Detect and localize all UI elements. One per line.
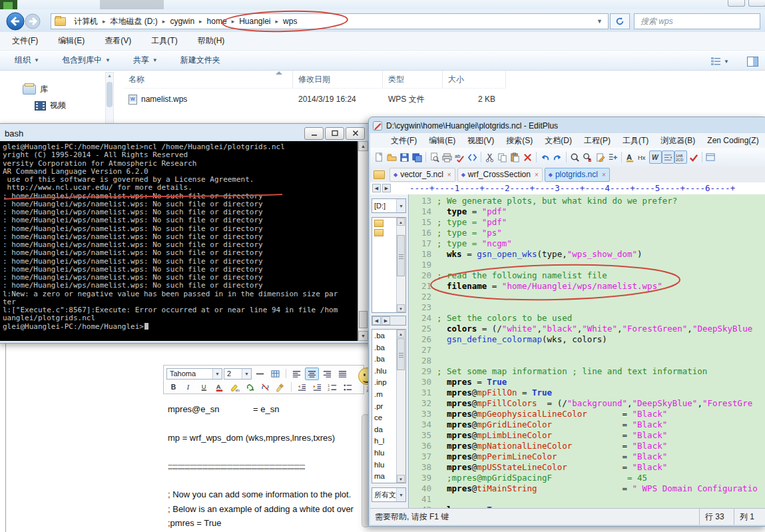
clean-format-button[interactable] [274,381,288,394]
sidebar-item-libraries[interactable]: 库 [23,84,48,95]
breadcrumb-item[interactable]: Huanglei [235,14,274,29]
scroll-up-icon[interactable]: ▲ [397,330,405,338]
back-button[interactable] [7,13,24,30]
indent-button[interactable] [310,381,324,394]
open-file-button[interactable] [385,150,398,164]
close-tab-icon[interactable]: × [602,171,606,178]
forward-button[interactable] [25,14,40,29]
breadcrumb-item[interactable]: 本地磁盘 (D:) [107,14,162,29]
scroll-down-icon[interactable]: ▼ [397,475,405,483]
menu-item[interactable]: 文件(F) [385,135,423,146]
unlink-button[interactable] [258,381,272,394]
html-tags-button[interactable] [466,150,479,164]
word-wrap-button[interactable]: W [649,150,662,164]
scrollbar-thumb[interactable] [397,235,405,276]
menu-item[interactable]: 编辑(E) [423,135,461,146]
undo-button[interactable] [539,150,551,164]
document-tab[interactable]: ◆vector_5.ncl× [389,168,455,182]
copy-button[interactable] [496,150,509,164]
sidebar-item-videos[interactable]: 视频 [35,100,66,111]
scrollbar-thumb[interactable] [359,311,368,328]
command-bar-item[interactable]: 包含到库中▼ [62,55,111,66]
document-tab[interactable]: ◆plotgrids.ncl× [545,168,610,182]
breadcrumb-item[interactable]: wps [279,14,301,29]
menu-item[interactable]: 工具(T) [151,35,177,47]
menu-item[interactable]: 工具(T) [617,135,654,146]
minimize-button[interactable] [304,127,324,140]
breadcrumb-item[interactable]: 计算机 [70,14,102,29]
directory-scrollbar[interactable]: ▲ ▼ [396,218,405,312]
paste-button[interactable] [509,150,521,164]
scroll-right-icon[interactable]: ▶ [382,316,390,325]
menu-item[interactable]: 编辑(E) [58,35,85,47]
save-button[interactable] [398,150,411,164]
scroll-down-icon[interactable]: ▼ [397,304,405,312]
align-justify-button[interactable] [336,368,350,380]
menu-item[interactable]: 视图(V) [461,135,500,146]
menu-item[interactable]: 帮助(H) [198,35,225,47]
font-family-select[interactable]: Tahoma ▼ [166,368,222,380]
change-view-button[interactable]: ▼ [704,55,735,68]
breadcrumb-item[interactable]: cygwin [166,14,198,29]
save-all-button[interactable] [411,150,423,164]
scroll-up-icon[interactable]: ▲ [107,73,112,78]
font-button[interactable]: A [624,150,637,164]
menu-item[interactable]: Zen Coding(Z) [701,136,764,145]
menu-item[interactable]: 文档(D) [539,135,578,146]
close-button[interactable] [346,127,365,140]
command-bar-item[interactable]: 组织▼ [15,55,39,66]
preview-pane-button[interactable] [743,55,762,68]
file-filter-select[interactable]: 所有文件 ▼ [372,487,406,502]
breadcrumb-dropdown-icon[interactable]: ▼ [597,18,603,25]
directory-hscroll[interactable]: ◀ ▶ [372,316,406,326]
cut-button[interactable] [483,150,496,164]
code-editor[interactable]: 13; We generate plots, but what kind do … [409,194,765,509]
command-bar-item[interactable]: 新建文件夹 [180,55,220,66]
bold-button[interactable]: B [166,381,180,394]
menu-item[interactable]: 工程(P) [578,135,617,146]
directory-tree[interactable]: ▲ ▼ [372,217,406,313]
menu-item[interactable]: 查看(V) [105,35,131,47]
document-tab[interactable]: ◆wrf_CrossSection× [457,168,543,182]
line-ops-button[interactable] [607,150,619,164]
column-header[interactable]: 修改日期 [293,71,383,88]
column-header[interactable]: 大小 [443,71,506,88]
scroll-up-icon[interactable]: ▲ [358,141,368,151]
new-file-button[interactable] [373,150,385,164]
file-row[interactable]: W namelist.wps 2014/3/19 16:24 WPS 文件 2 … [123,92,506,107]
mark-button[interactable] [594,150,607,164]
side-panel-button[interactable] [704,150,717,164]
breadcrumb-bar[interactable]: 计算机▸本地磁盘 (D:)▸cygwin▸home▸Huanglei▸wps ▼ [51,13,609,29]
terminal[interactable]: glei@Huanglei-PC:/home/Huanglei>ncl /hom… [0,141,369,341]
bash-titlebar[interactable]: bash [0,125,369,141]
font-size-select[interactable]: 2 ▼ [224,368,252,380]
maximize-button[interactable] [325,127,344,140]
terminal-scrollbar[interactable]: ▲ ▼ [358,141,369,341]
redo-button[interactable] [551,150,564,164]
line-numbers-button[interactable]: 1AB2CD [674,150,687,164]
tab-scroll-left-icon[interactable]: ◀ [372,184,381,192]
syntax-check-button[interactable] [687,150,700,164]
maximize-button[interactable] [748,0,765,7]
scroll-up-icon[interactable]: ▲ [397,218,405,226]
horizontal-rule-button[interactable] [253,368,267,380]
close-tab-icon[interactable]: × [535,171,539,178]
underline-button[interactable]: U [197,381,211,394]
command-bar-item[interactable]: 共享▼ [133,55,158,66]
search-input[interactable]: 搜索 wps [634,13,760,29]
unordered-list-button[interactable] [341,381,355,394]
outdent-button[interactable] [295,381,309,394]
insert-table-button[interactable] [268,368,282,380]
richtext-content[interactable]: mpres@e_sn = e_sn mp = wrf_wps_dom (wks,… [168,402,365,532]
scrollbar-thumb[interactable] [397,338,405,370]
column-header[interactable]: 类型 [383,71,443,88]
menu-item[interactable]: 浏览器(B) [654,135,701,146]
scroll-left-icon[interactable]: ◀ [372,316,381,325]
link-button[interactable]: + [243,381,257,394]
tab-scroll-right-icon[interactable]: ▶ [382,184,391,192]
breadcrumb-item[interactable]: home [203,14,231,29]
print-preview-button[interactable] [428,150,441,164]
column-header[interactable]: 名称 [123,71,293,88]
find-button[interactable] [569,150,581,164]
close-tab-icon[interactable]: × [447,171,451,178]
